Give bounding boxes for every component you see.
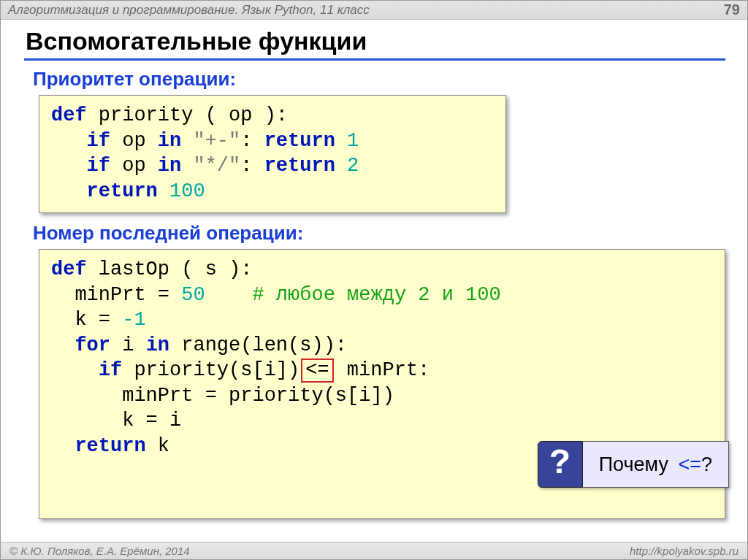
code-text: [181, 130, 193, 152]
num-lit: 50: [181, 284, 205, 306]
kw-def: def: [51, 104, 87, 126]
code-text: lastOp: [87, 258, 169, 280]
code-text: [51, 130, 87, 152]
code-text: ( op ):: [193, 104, 288, 126]
code-text: priority: [87, 104, 194, 126]
code-text: op: [110, 130, 158, 152]
code-text: k: [146, 435, 169, 457]
code-text: k =: [51, 309, 122, 331]
code-text: [181, 155, 193, 177]
num-lit: 100: [169, 180, 205, 202]
footer-url: http://kpolyakov.spb.ru: [630, 545, 739, 557]
kw-for: for: [75, 334, 110, 356]
code-text: [335, 155, 347, 177]
code-text: [51, 435, 75, 457]
content-area: Вспомогательные функции Приоритет операц…: [1, 20, 747, 519]
code-text: [205, 284, 253, 306]
kw-return: return: [264, 130, 335, 152]
str-lit: "+-": [193, 130, 240, 152]
code-text: op: [110, 155, 158, 177]
code-text: [51, 359, 99, 381]
code-text: priority(s[i]): [122, 359, 299, 381]
comment: # любое между 2 и 100: [252, 284, 500, 306]
question-mark-icon: ?: [538, 441, 583, 487]
code-priority: def priority ( op ): if op in "+-": retu…: [39, 95, 506, 213]
code-text: [51, 334, 75, 356]
kw-return: return: [75, 435, 145, 457]
page-number: 79: [724, 1, 740, 18]
code-text: [51, 155, 87, 177]
callout-prefix: Почему: [599, 452, 674, 477]
num-lit: -1: [122, 309, 145, 331]
kw-def: def: [51, 258, 87, 280]
callout-operator: <=: [678, 452, 701, 477]
code-text: :: [240, 130, 264, 152]
num-lit: 1: [347, 130, 359, 152]
section1-heading: Приоритет операции:: [33, 68, 725, 91]
kw-if: if: [99, 359, 122, 381]
code-lastop: def lastOp ( s ): minPrt = 50 # любое ме…: [39, 249, 725, 518]
copyright: © К.Ю. Поляков, Е.А. Ерёмин, 2014: [9, 545, 190, 557]
kw-if: if: [87, 155, 110, 177]
slide-title: Вспомогательные функции: [24, 24, 725, 61]
header-bar: Алгоритмизация и программирование. Язык …: [1, 1, 747, 20]
callout-tail: ?: [701, 452, 712, 477]
slide: Алгоритмизация и программирование. Язык …: [0, 0, 748, 560]
kw-return: return: [87, 180, 158, 202]
callout-text: Почему <=?: [583, 441, 729, 487]
code-text: minPrt =: [51, 284, 181, 306]
code-text: i: [110, 334, 146, 356]
code-text: [335, 130, 347, 152]
code-text: k = i: [51, 410, 181, 431]
kw-if: if: [87, 130, 110, 152]
section2-heading: Номер последней операции:: [33, 222, 725, 245]
kw-in: in: [158, 155, 181, 177]
code-text: [158, 180, 169, 202]
highlight-operator: <=: [301, 358, 333, 382]
course-title: Алгоритмизация и программирование. Язык …: [8, 3, 370, 18]
code-text: minPrt = priority(s[i]): [51, 385, 394, 407]
code-text: minPrt:: [335, 359, 430, 381]
code-text: range(len(s)):: [169, 334, 347, 356]
num-lit: 2: [347, 155, 359, 177]
code-text: :: [240, 155, 264, 177]
kw-in: in: [146, 334, 169, 356]
callout-question: ? Почему <=?: [538, 441, 729, 487]
kw-in: in: [158, 130, 181, 152]
str-lit: "*/": [193, 155, 240, 177]
footer-bar: © К.Ю. Поляков, Е.А. Ерёмин, 2014 http:/…: [1, 542, 747, 559]
code-text: [51, 180, 87, 202]
code-text: ( s ):: [169, 258, 252, 280]
kw-return: return: [264, 155, 335, 177]
